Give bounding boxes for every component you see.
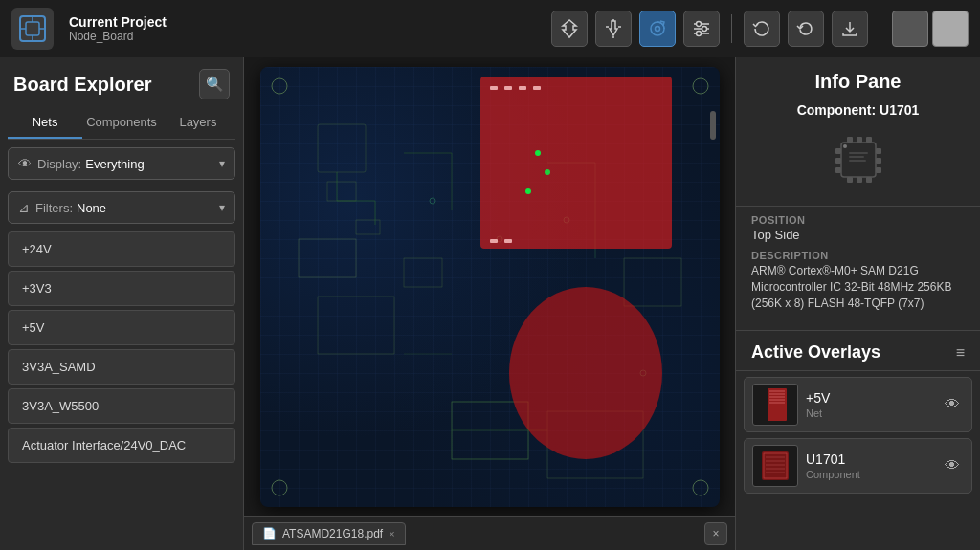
description-value: ARM® Cortex®-M0+ SAM D21G Microcontrolle… [751,263,965,311]
display-chevron-icon: ▾ [219,157,225,170]
overlay-thumbnail-u1701 [752,445,798,487]
toolbar-divider-2 [880,14,880,43]
net-item-3v3a-w5500[interactable]: 3V3A_W5500 [8,388,235,424]
refresh-button[interactable] [744,11,780,47]
overlay-list: +5V Net 👁 [736,371,980,550]
pdf-icon: 📄 [262,527,277,540]
net-item-24v[interactable]: +24V [8,231,235,267]
pcb-view-area: 📄 ATSAMD21G18.pdf × × [244,57,735,550]
chip-svg-icon [828,129,889,190]
net-item-actuator[interactable]: Actuator Interface/24V0_DAC [8,428,235,463]
svg-rect-20 [299,239,356,277]
svg-rect-38 [533,86,541,90]
svg-rect-23 [404,258,442,287]
svg-rect-18 [318,124,366,172]
overlay-info-5v: +5V Net [806,390,933,419]
tab-components[interactable]: Components [82,107,161,139]
component-prefix: Component: [797,102,876,118]
overlay-type-u1701: Component [806,469,933,480]
pdf-tab[interactable]: 📄 ATSAMD21G18.pdf × [252,522,406,545]
view-toggle-pair [892,11,969,47]
svg-point-42 [545,169,550,175]
pan-tool-button[interactable] [595,11,632,47]
net-item-5v[interactable]: +5V [8,310,235,345]
svg-rect-33 [480,77,672,249]
net-item-3v3[interactable]: +3V3 [8,271,235,306]
pcb-traces-svg [260,67,720,507]
bottom-tabbar: 📄 ATSAMD21G18.pdf × × [244,516,735,550]
svg-rect-19 [327,182,356,201]
tab-nets[interactable]: Nets [8,107,82,139]
filter-value: None [77,201,219,215]
app-logo [11,8,54,50]
svg-point-12 [702,27,707,32]
svg-rect-48 [847,177,853,183]
svg-rect-39 [490,239,498,243]
project-name: Current Project [69,14,167,30]
svg-rect-52 [835,158,841,164]
overlay-item-5v[interactable]: +5V Net 👁 [744,377,972,432]
panel-title: Board Explorer [13,74,151,96]
svg-point-34 [509,287,662,459]
svg-rect-50 [866,177,872,183]
view-mode-light-button[interactable] [932,11,969,47]
svg-point-15 [693,78,708,94]
overlay-visibility-u1701-button[interactable]: 👁 [941,453,964,478]
svg-rect-58 [849,152,868,154]
bottom-close-button[interactable]: × [704,522,727,545]
svg-point-29 [430,198,435,204]
export-button[interactable] [832,11,868,47]
description-label: Description [751,250,965,261]
info-pane-title: Info Pane [751,71,965,93]
svg-point-41 [535,150,541,156]
tab-bar: Nets Components Layers [8,107,235,140]
svg-rect-54 [876,148,881,154]
pcb-scrollbar[interactable] [710,111,716,140]
toolbar-divider-1 [731,14,732,43]
position-label: Position [751,214,965,226]
svg-rect-60 [849,160,866,162]
pcb-canvas[interactable] [244,57,735,516]
adjust-tool-button[interactable] [683,11,720,47]
board-name: Node_Board [69,30,167,43]
board-explorer-panel: Board Explorer 🔍 Nets Components Layers … [0,57,244,550]
panel-header: Board Explorer 🔍 [0,57,243,107]
svg-rect-1 [26,22,39,35]
svg-rect-40 [504,239,512,243]
position-value: Top Side [751,228,965,242]
view-mode-dark-button[interactable] [892,11,928,47]
svg-rect-59 [849,156,864,158]
pdf-tab-close-button[interactable]: × [389,528,394,539]
svg-rect-21 [318,297,394,354]
svg-rect-45 [847,137,853,143]
pcb-board[interactable] [260,67,720,507]
undo-button[interactable] [788,11,824,47]
svg-rect-36 [504,86,512,90]
filter-control[interactable]: ⊿ Filters: None ▾ [8,191,235,224]
tab-layers[interactable]: Layers [161,107,235,139]
overlay-menu-icon[interactable]: ≡ [956,344,965,362]
place-tool-button[interactable] [551,11,588,47]
svg-rect-61 [768,388,787,421]
position-field: Position Top Side [751,214,965,242]
overlay-info-u1701: U1701 Component [806,451,933,480]
svg-point-16 [272,480,287,495]
overlay-name-5v: +5V [806,390,933,406]
svg-rect-53 [835,167,841,173]
svg-point-43 [525,188,531,194]
pdf-tab-label: ATSAMD21G18.pdf [282,527,383,540]
overlay-name-u1701: U1701 [806,451,933,467]
rotate-tool-button[interactable] [639,11,676,47]
description-field: Description ARM® Cortex®-M0+ SAM D21G Mi… [751,250,965,311]
search-button[interactable]: 🔍 [199,69,230,99]
net-item-3v3a-samd[interactable]: 3V3A_SAMD [8,349,235,385]
overlay-item-u1701[interactable]: U1701 Component 👁 [744,438,972,494]
eye-icon: 👁 [18,156,32,171]
active-overlays-header: Active Overlays ≡ [736,330,980,371]
svg-rect-51 [835,148,841,154]
display-control[interactable]: 👁 Display: Everything ▾ [8,147,235,180]
svg-point-17 [693,480,708,495]
overlay-visibility-5v-button[interactable]: 👁 [941,392,964,417]
main-area: Board Explorer 🔍 Nets Components Layers … [0,57,980,550]
filter-chevron-icon: ▾ [219,201,225,214]
